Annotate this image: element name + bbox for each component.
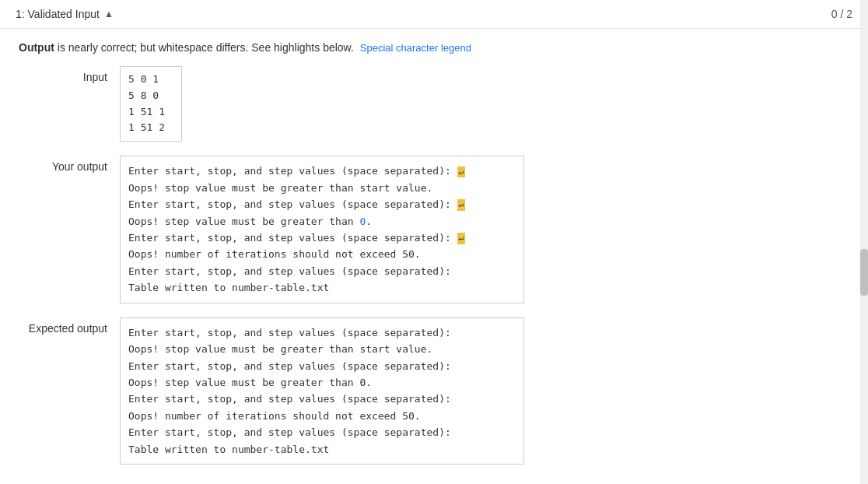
input-section: Input 5 0 1 5 8 0 1 51 1 1 51 2 [19,66,849,142]
step-highlight: 0 [359,216,366,227]
your-output-line-8: Table written to number-table.txt [128,279,516,296]
status-text: Output is nearly correct; but whitespace… [19,41,354,54]
chevron-up-icon: ▲ [104,9,114,19]
score-badge: 0 / 2 [831,8,852,20]
newline-marker-1: ↵ [457,167,466,177]
tab-title-area[interactable]: 1: Validated Input ▲ [16,8,114,20]
your-output-box: Enter start, stop, and step values (spac… [120,156,524,303]
your-output-line-2: Oops! stop value must be greater than st… [128,180,516,196]
your-output-content: Enter start, stop, and step values (spac… [120,156,849,303]
newline-marker-3: ↵ [457,233,466,244]
main-content: Output is nearly correct; but whitespace… [0,29,868,484]
input-line-1: 5 0 1 [128,72,173,88]
your-output-section: Your output Enter start, stop, and step … [19,156,849,303]
input-line-4: 1 51 2 [128,120,173,136]
your-output-line-5: Enter start, stop, and step values (spac… [128,230,516,246]
expected-output-label: Expected output [19,317,120,335]
newline-marker-2: ↵ [457,199,466,210]
scrollbar-track [860,0,868,484]
expected-output-section: Expected output Enter start, stop, and s… [19,317,849,465]
scrollbar-thumb[interactable] [860,249,868,296]
your-output-line-6: Oops! number of iterations should not ex… [128,246,516,262]
your-output-line-4: Oops! step value must be greater than 0. [128,213,516,230]
input-line-2: 5 8 0 [128,88,173,104]
expected-line-4: Oops! step value must be greater than 0. [128,374,516,391]
expected-output-content: Enter start, stop, and step values (spac… [120,317,849,465]
expected-line-6: Oops! number of iterations should not ex… [128,408,516,424]
special-character-legend-link[interactable]: Special character legend [360,42,471,54]
input-line-3: 1 51 1 [128,104,173,121]
input-label: Input [19,66,120,83]
is-keyword: is [58,41,68,54]
page-wrapper: 1: Validated Input ▲ 0 / 2 Output is nea… [0,0,868,484]
status-line: Output is nearly correct; but whitespace… [19,41,849,54]
top-bar: 1: Validated Input ▲ 0 / 2 [0,0,868,29]
expected-line-2: Oops! stop value must be greater than st… [128,341,516,357]
input-content: 5 0 1 5 8 0 1 51 1 1 51 2 [120,66,849,142]
status-detail: nearly correct; but whitespace differs. … [68,41,354,54]
tab-label: 1: Validated Input [16,8,100,20]
your-output-label: Your output [19,156,120,173]
expected-line-8: Table written to number-table.txt [128,441,516,458]
expected-line-3: Enter start, stop, and step values (spac… [128,358,516,374]
your-output-line-1: Enter start, stop, and step values (spac… [128,163,516,179]
your-output-line-3: Enter start, stop, and step values (spac… [128,196,516,212]
output-keyword: Output [19,41,54,54]
input-box: 5 0 1 5 8 0 1 51 1 1 51 2 [120,66,182,142]
your-output-line-7: Enter start, stop, and step values (spac… [128,263,516,279]
expected-line-7: Enter start, stop, and step values (spac… [128,424,516,440]
expected-line-5: Enter start, stop, and step values (spac… [128,391,516,407]
expected-output-box: Enter start, stop, and step values (spac… [120,317,524,465]
expected-line-1: Enter start, stop, and step values (spac… [128,324,516,341]
